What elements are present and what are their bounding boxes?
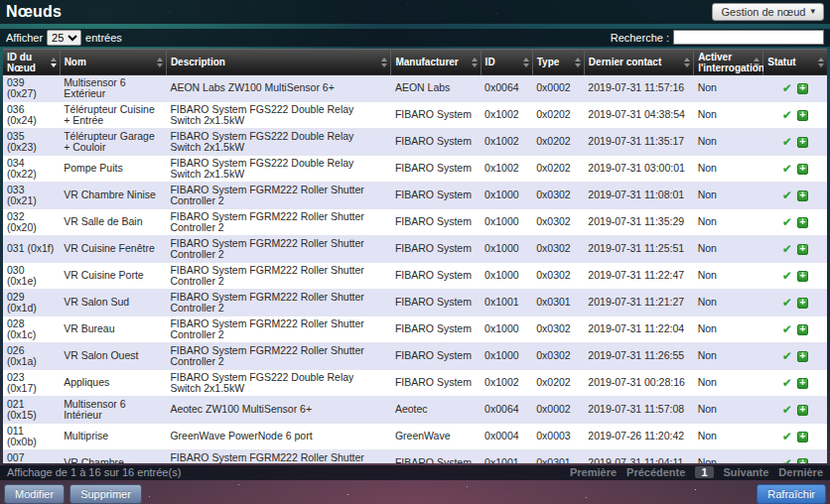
cell-status: ✔+	[763, 75, 827, 102]
expand-node-plus-icon[interactable]: +	[797, 432, 808, 442]
pagination-previous[interactable]: Précédente	[626, 466, 685, 478]
pagination-current-page[interactable]: 1	[695, 466, 713, 478]
expand-node-plus-icon[interactable]: +	[797, 110, 808, 121]
expand-node-plus-icon[interactable]: +	[797, 351, 808, 362]
table-header-row: ID du Nœud Nom Description Manufacturer	[3, 49, 827, 75]
expand-node-plus-icon[interactable]: +	[797, 190, 808, 201]
cell-id: 0x1001	[481, 289, 532, 315]
expand-node-plus-icon[interactable]: +	[797, 405, 808, 416]
cell-name: VR Chambre	[60, 449, 166, 462]
cell-last-contact: 2019-07-31 11:04:11	[584, 449, 693, 462]
expand-node-plus-icon[interactable]: +	[797, 271, 808, 282]
table-row[interactable]: 031 (0x1f)VR Cuisine FenêtreFIBARO Syste…	[3, 235, 827, 262]
table-row[interactable]: 026 (0x1a)VR Salon OuestFIBARO System FG…	[3, 342, 827, 369]
table-row[interactable]: 035 (0x23)Télérupteur Garage + CouloirFI…	[3, 128, 827, 155]
table-row[interactable]: 021 (0x15)Multisensor 6 IntérieurAeotec …	[3, 396, 827, 423]
search-input[interactable]	[673, 30, 824, 45]
cell-status: ✔+	[763, 128, 827, 155]
column-header-description[interactable]: Description	[166, 49, 391, 75]
table-row[interactable]: 030 (0x1e)VR Cuisine PorteFIBARO System …	[3, 262, 827, 289]
cell-polling: Non	[694, 423, 763, 449]
table-row[interactable]: 034 (0x22)Pompe PuitsFIBARO System FGS22…	[3, 155, 827, 182]
cell-description: FIBARO System FGS222 Double Relay Switch…	[166, 369, 391, 396]
cell-description: GreenWave PowerNode 6 port	[166, 423, 391, 449]
table-row[interactable]: 033 (0x21)VR Chambre NiniseFIBARO System…	[3, 182, 827, 208]
expand-node-plus-icon[interactable]: +	[797, 458, 808, 463]
cell-id: 0x1001	[481, 449, 532, 462]
expand-node-plus-icon[interactable]: +	[797, 298, 808, 309]
expand-node-plus-icon[interactable]: +	[797, 378, 808, 389]
table-row[interactable]: 036 (0x24)Télérupteur Cuisine + EntréeFI…	[3, 101, 827, 128]
cell-id: 0x0004	[481, 423, 532, 449]
cell-name: VR Salon Sud	[60, 289, 166, 315]
cell-description: Aeotec ZW100 MultiSensor 6+	[166, 396, 391, 423]
cell-manufacturer: Aeotec	[391, 396, 481, 423]
column-header-last-contact[interactable]: Dernier contact	[584, 49, 693, 75]
cell-manufacturer: FIBARO System	[391, 101, 481, 128]
cell-node-id: 032 (0x20)	[3, 208, 60, 235]
table-row[interactable]: 029 (0x1d)VR Salon SudFIBARO System FGRM…	[3, 289, 827, 315]
cell-description: AEON Labs ZW100 MultiSensor 6+	[166, 75, 391, 102]
cell-type: 0x0302	[532, 342, 584, 369]
table-row[interactable]: 028 (0x1c)VR BureauFIBARO System FGRM222…	[3, 315, 827, 342]
cell-status: ✔+	[763, 235, 827, 262]
column-header-name[interactable]: Nom	[60, 49, 166, 75]
column-header-polling[interactable]: Activer l'interrogation	[694, 49, 763, 75]
cell-last-contact: 2019-07-31 11:21:27	[584, 289, 693, 315]
table-row[interactable]: 039 (0x27)Multisensor 6 ExtérieurAEON La…	[3, 75, 827, 102]
page-title: Nœuds	[6, 3, 62, 21]
cell-status: ✔+	[763, 449, 827, 462]
table-body: 039 (0x27)Multisensor 6 ExtérieurAEON La…	[3, 75, 827, 463]
sort-icon	[818, 58, 824, 67]
cell-description: FIBARO System FGRM222 Roller Shutter Con…	[166, 342, 391, 369]
refresh-button[interactable]: Rafraîchir	[757, 484, 826, 504]
expand-node-plus-icon[interactable]: +	[797, 137, 808, 148]
expand-node-plus-icon[interactable]: +	[797, 164, 808, 175]
cell-last-contact: 2019-07-31 11:08:01	[584, 182, 693, 208]
column-label: Type	[537, 57, 560, 67]
cell-id: 0x1002	[481, 369, 532, 396]
expand-node-plus-icon[interactable]: +	[797, 244, 808, 255]
table-row[interactable]: 007 (0x07)VR ChambreFIBARO System FGRM22…	[3, 449, 827, 462]
expand-node-plus-icon[interactable]: +	[797, 217, 808, 228]
cell-type: 0x0003	[532, 423, 584, 449]
cell-id: 0x1000	[481, 315, 532, 342]
node-management-button[interactable]: Gestion de nœud ▾	[712, 3, 824, 21]
page-length-select[interactable]: 25	[47, 30, 81, 46]
cell-last-contact: 2019-07-31 11:35:17	[584, 128, 693, 155]
expand-node-plus-icon[interactable]: +	[797, 83, 808, 94]
table-row[interactable]: 032 (0x20)VR Salle de BainFIBARO System …	[3, 208, 827, 235]
cell-polling: Non	[694, 449, 763, 462]
table-row[interactable]: 023 (0x17)AppliquesFIBARO System FGS222 …	[3, 369, 827, 396]
title-bar: Nœuds Gestion de nœud ▾	[0, 0, 830, 24]
cell-last-contact: 2019-07-31 04:38:54	[584, 101, 693, 128]
cell-status: ✔+	[763, 396, 827, 423]
cell-description: FIBARO System FGRM222 Roller Shutter Con…	[166, 182, 391, 208]
cell-node-id: 028 (0x1c)	[3, 315, 60, 342]
cell-polling: Non	[694, 155, 763, 182]
pagination-last[interactable]: Dernière	[778, 466, 823, 478]
pagination-first[interactable]: Première	[570, 466, 617, 478]
cell-node-id: 029 (0x1d)	[3, 289, 60, 315]
action-buttons-bar: Modifier Supprimer Rafraîchir	[0, 480, 830, 504]
column-header-manufacturer[interactable]: Manufacturer	[391, 49, 481, 75]
cell-manufacturer: FIBARO System	[391, 155, 481, 182]
column-header-node-id[interactable]: ID du Nœud	[3, 49, 60, 75]
cell-polling: Non	[694, 128, 763, 155]
edit-button[interactable]: Modifier	[4, 484, 65, 504]
delete-button[interactable]: Supprimer	[69, 484, 142, 504]
column-header-id[interactable]: ID	[481, 49, 532, 75]
table-row[interactable]: 011 (0x0b)MultipriseGreenWave PowerNode …	[3, 423, 827, 449]
pagination-next[interactable]: Suivante	[724, 466, 769, 478]
cell-id: 0x1002	[481, 101, 532, 128]
cell-type: 0x0202	[532, 128, 584, 155]
sort-icon	[575, 58, 581, 67]
sort-icon	[381, 58, 387, 67]
expand-node-plus-icon[interactable]: +	[797, 324, 808, 335]
cell-node-id: 023 (0x17)	[3, 369, 60, 396]
cell-description: FIBARO System FGS222 Double Relay Switch…	[166, 128, 391, 155]
column-header-type[interactable]: Type	[532, 49, 584, 75]
column-header-status[interactable]: Statut	[763, 49, 827, 75]
cell-description: FIBARO System FGRM222 Roller Shutter Con…	[166, 262, 391, 289]
pagination: Première Précédente 1 Suivante Dernière	[570, 466, 823, 478]
